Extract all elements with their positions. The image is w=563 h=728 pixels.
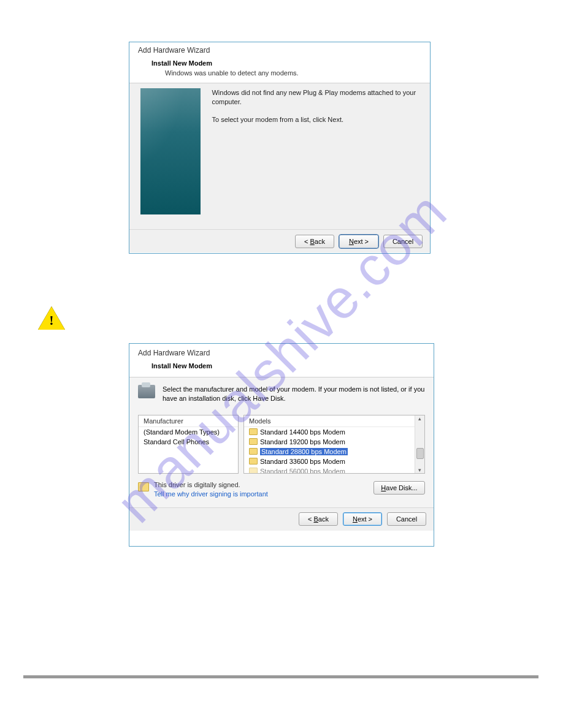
dialog2-title: Add Hardware Wizard (138, 349, 425, 357)
wizard-side-graphic (140, 88, 201, 214)
cert-icon (249, 458, 258, 464)
dialog1-subtitle: Install New Modem (151, 59, 421, 67)
instruction-text: Select the manufacturer and model of you… (163, 385, 425, 404)
scroll-down-icon[interactable]: ▾ (418, 467, 421, 473)
dialog1-body: Windows did not find any new Plug & Play… (129, 83, 430, 229)
add-hardware-wizard-dialog-1: Add Hardware Wizard Install New Modem Wi… (129, 42, 431, 254)
instruction-row: Select the manufacturer and model of you… (138, 385, 425, 404)
models-header: Models (244, 415, 415, 427)
modem-icon (138, 385, 155, 398)
dialog2-subtitle: Install New Modem (151, 362, 425, 370)
dialog1-title: Add Hardware Wizard (138, 46, 421, 55)
selection-panels: Manufacturer (Standard Modem Types) Stan… (138, 415, 425, 474)
dialog1-body-line2: To select your modem from a list, click … (212, 115, 419, 124)
scroll-thumb[interactable] (416, 448, 424, 459)
back-button[interactable]: < Back (299, 512, 338, 526)
next-button[interactable]: Next > (339, 235, 378, 248)
cert-icon (249, 468, 258, 473)
cancel-button[interactable]: Cancel (383, 235, 423, 248)
manufacturer-item[interactable]: (Standard Modem Types) (139, 427, 238, 437)
have-disk-button[interactable]: Have Disk... (373, 481, 425, 495)
back-button[interactable]: < Back (295, 235, 334, 248)
warning-icon (38, 306, 65, 330)
dialog2-header: Add Hardware Wizard Install New Modem (129, 344, 434, 377)
dialog2-body: Select the manufacturer and model of you… (129, 377, 434, 507)
cancel-button[interactable]: Cancel (387, 512, 426, 526)
next-button[interactable]: Next > (343, 512, 382, 526)
driver-signing-link[interactable]: Tell me why driver signing is important (154, 490, 268, 498)
dialog1-subtext: Windows was unable to detect any modems. (165, 69, 421, 77)
model-item[interactable]: Standard 14400 bps Modem (244, 427, 415, 437)
cert-icon (249, 428, 258, 435)
model-item[interactable]: Standard 56000 bps Modem (244, 466, 415, 473)
cert-icon (249, 438, 258, 445)
page-footer-divider (23, 675, 538, 678)
model-item[interactable]: Standard 33600 bps Modem (244, 457, 415, 466)
certificate-icon (138, 482, 149, 491)
scroll-up-icon[interactable]: ▴ (418, 415, 421, 422)
dialog1-header: Add Hardware Wizard Install New Modem Wi… (129, 42, 430, 83)
models-panel: Models Standard 14400 bps Modem Standard… (243, 415, 425, 474)
dialog1-body-line1: Windows did not find any new Plug & Play… (212, 88, 419, 107)
dialog1-footer: < Back Next > Cancel (129, 229, 430, 252)
manufacturer-panel: Manufacturer (Standard Modem Types) Stan… (138, 415, 239, 474)
model-item[interactable]: Standard 19200 bps Modem (244, 437, 415, 447)
cert-icon (249, 448, 258, 455)
driver-signed-row: This driver is digitally signed. Tell me… (138, 480, 425, 502)
dialog2-footer: < Back Next > Cancel (129, 507, 434, 531)
driver-signed-text: This driver is digitally signed. (154, 481, 268, 488)
manufacturer-item[interactable]: Standard Cell Phones (139, 437, 238, 447)
add-hardware-wizard-dialog-2: Add Hardware Wizard Install New Modem Se… (129, 343, 434, 547)
model-item-selected[interactable]: Standard 28800 bps Modem (244, 447, 415, 457)
dialog1-body-text: Windows did not find any new Plug & Play… (212, 88, 419, 224)
manufacturer-header: Manufacturer (139, 415, 238, 427)
models-scrollbar[interactable]: ▴ ▾ (415, 415, 424, 473)
